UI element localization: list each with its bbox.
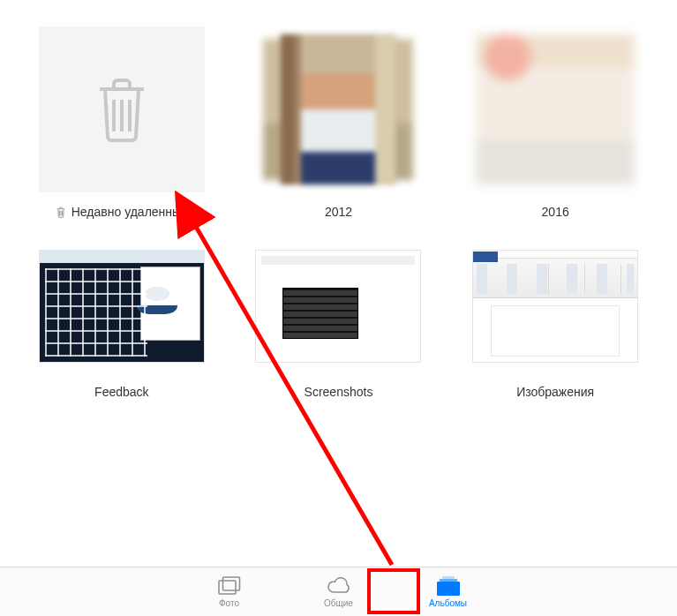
album-2016[interactable]: 2016 bbox=[460, 26, 651, 219]
album-thumbnail bbox=[255, 240, 421, 372]
svg-rect-2 bbox=[442, 576, 455, 579]
album-label-text: Screenshots bbox=[305, 385, 373, 399]
tab-albums[interactable]: Альбомы bbox=[422, 575, 475, 608]
album-label: Недавно удаленные bbox=[56, 205, 188, 219]
tab-label: Фото bbox=[219, 598, 239, 608]
tab-label: Альбомы bbox=[429, 598, 467, 608]
album-thumbnail bbox=[39, 26, 205, 192]
album-label-text: 2016 bbox=[542, 205, 569, 219]
album-thumbnail bbox=[472, 26, 638, 192]
trash-icon bbox=[93, 75, 151, 144]
album-label: 2016 bbox=[542, 205, 569, 219]
album-label: Screenshots bbox=[305, 385, 373, 399]
album-label-text: 2012 bbox=[325, 205, 352, 219]
svg-rect-1 bbox=[222, 577, 239, 590]
photos-stack-icon bbox=[218, 575, 241, 597]
tab-photos[interactable]: Фото bbox=[203, 575, 256, 608]
album-label: Изображения bbox=[516, 385, 594, 399]
svg-rect-3 bbox=[440, 579, 457, 582]
album-images[interactable]: Изображения bbox=[460, 240, 651, 399]
cloud-icon bbox=[326, 575, 352, 597]
album-label: 2012 bbox=[325, 205, 352, 219]
album-thumbnail bbox=[255, 26, 421, 192]
album-thumbnail bbox=[39, 240, 205, 372]
album-label-text: Feedback bbox=[94, 385, 148, 399]
album-recently-deleted[interactable]: Недавно удаленные bbox=[26, 26, 217, 219]
album-screenshots[interactable]: Screenshots bbox=[244, 240, 434, 399]
album-2012[interactable]: 2012 bbox=[244, 26, 434, 219]
albums-grid: Недавно удаленные 2012 2016 Feedback bbox=[0, 0, 677, 399]
album-label-text: Недавно удаленные bbox=[71, 205, 188, 219]
album-feedback[interactable]: Feedback bbox=[26, 240, 217, 399]
trash-icon bbox=[56, 207, 66, 218]
albums-icon bbox=[437, 575, 460, 597]
album-thumbnail bbox=[472, 240, 638, 372]
tab-bar: Фото Общие Альбомы bbox=[0, 567, 677, 616]
tab-shared[interactable]: Общие bbox=[312, 575, 365, 608]
svg-rect-4 bbox=[437, 582, 460, 596]
album-label-text: Изображения bbox=[516, 385, 594, 399]
tab-label: Общие bbox=[324, 598, 353, 608]
album-label: Feedback bbox=[94, 385, 148, 399]
svg-rect-0 bbox=[219, 581, 236, 594]
